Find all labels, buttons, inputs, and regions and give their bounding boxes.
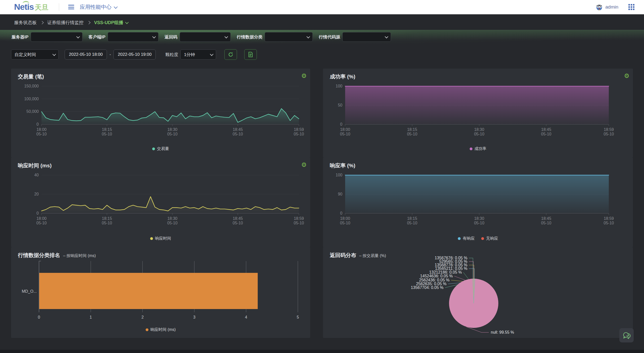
- svg-text:18:45: 18:45: [233, 127, 243, 132]
- svg-text:18:30: 18:30: [167, 127, 177, 132]
- chevron-down-icon: [210, 53, 214, 56]
- svg-text:18:59: 18:59: [604, 216, 614, 221]
- svg-text:05-10: 05-10: [474, 221, 484, 225]
- chevron-down-icon: [76, 35, 80, 38]
- filter-label-market-data-class: 行情数据分类: [237, 34, 262, 40]
- success-rate-chart: 05010018:0005-1018:1505-1018:3005-1018:4…: [323, 69, 633, 158]
- legend-label: 交易量: [157, 146, 169, 152]
- legend-item[interactable]: 成功率: [470, 146, 487, 152]
- svg-text:05-10: 05-10: [233, 221, 243, 225]
- filter-label-server-ip: 服务器IP: [12, 34, 28, 40]
- refresh-icon: [228, 52, 233, 57]
- chevron-right-icon: [40, 21, 44, 24]
- filter-label-client-ip: 客户端IP: [89, 34, 105, 40]
- start-datetime-input[interactable]: 2022-05-10 18:00: [65, 49, 107, 60]
- svg-text:18:00: 18:00: [340, 127, 350, 132]
- username-label: admin: [605, 4, 618, 10]
- svg-text:MD_O...: MD_O...: [22, 289, 37, 294]
- app-center-switcher[interactable]: 应用性能中心: [80, 4, 117, 11]
- legend-label: 成功率: [474, 146, 487, 152]
- return-code-select[interactable]: [180, 32, 231, 42]
- client-ip-select[interactable]: [108, 32, 158, 42]
- svg-text:100,000: 100,000: [24, 97, 39, 101]
- legend-label: 有响应: [463, 236, 475, 241]
- svg-text:150,000: 150,000: [24, 84, 39, 88]
- svg-text:0: 0: [36, 122, 39, 126]
- svg-text:50,000: 50,000: [26, 109, 39, 114]
- svg-text:50: 50: [338, 103, 342, 107]
- svg-text:18:30: 18:30: [167, 216, 177, 221]
- svg-text:0: 0: [340, 211, 342, 215]
- server-ip-select[interactable]: [31, 32, 83, 42]
- legend-item[interactable]: 响应时间: [150, 236, 171, 241]
- refresh-button[interactable]: [224, 49, 237, 60]
- svg-text:2: 2: [141, 315, 144, 319]
- legend-item[interactable]: 交易量: [152, 146, 169, 152]
- svg-text:05-10: 05-10: [167, 221, 178, 225]
- svg-text:0: 0: [36, 211, 39, 215]
- legend-label: 响应时间 (ms): [150, 327, 176, 332]
- hamburger-menu-icon[interactable]: [68, 5, 74, 9]
- svg-text:18:59: 18:59: [294, 127, 304, 132]
- market-data-class-select[interactable]: [265, 32, 313, 42]
- chevron-down-icon: [125, 21, 129, 24]
- svg-text:05-10: 05-10: [340, 221, 350, 225]
- legend-label: 响应时间: [155, 236, 171, 241]
- granularity-select[interactable]: 1分钟: [180, 49, 216, 60]
- legend-item[interactable]: 响应时间 (ms): [146, 327, 176, 332]
- svg-text:05-10: 05-10: [294, 132, 304, 136]
- time-mode-select[interactable]: 自定义时间: [11, 49, 59, 60]
- svg-text:18:59: 18:59: [604, 127, 614, 132]
- topbar: Netis 天旦 应用性能中心 admin: [0, 0, 644, 14]
- svg-text:1: 1: [90, 315, 92, 319]
- feedback-chat-button[interactable]: [619, 328, 634, 342]
- ranking-bar-chart: 012345MD_O...: [11, 247, 310, 338]
- response-time-chart: 0204018:0005-1018:1505-1018:3005-1018:45…: [11, 158, 310, 247]
- svg-text:4: 4: [245, 315, 247, 319]
- panel-transaction-volume: 交易量 (笔) ⚙ 050,000100,000150,00018:0005-1…: [11, 69, 310, 158]
- svg-text:18:15: 18:15: [407, 127, 417, 132]
- breadcrumb-current[interactable]: VSS-UDP组播: [94, 20, 128, 26]
- legend-item[interactable]: 有响应: [458, 236, 475, 241]
- granularity-label: 颗粒度: [165, 52, 178, 58]
- svg-text:18:45: 18:45: [541, 127, 551, 132]
- svg-text:18:15: 18:15: [102, 216, 112, 221]
- legend-dot: [481, 237, 484, 240]
- svg-text:05-10: 05-10: [604, 132, 614, 136]
- breadcrumb-item-monitor[interactable]: 证券组播行情监控: [47, 20, 84, 26]
- panel-success-rate: 成功率 (%) ⚙ 05010018:0005-1018:1505-1018:3…: [323, 69, 633, 158]
- svg-text:40: 40: [34, 173, 39, 177]
- end-datetime-input[interactable]: 2022-05-10 19:00: [113, 49, 156, 60]
- svg-text:0: 0: [340, 122, 342, 126]
- chevron-down-icon: [114, 5, 118, 9]
- chat-bubbles-icon: [623, 332, 631, 339]
- svg-text:14524636: 0.05 %: 14524636: 0.05 %: [420, 274, 453, 278]
- svg-text:05-10: 05-10: [541, 221, 551, 225]
- svg-text:05-10: 05-10: [102, 221, 112, 225]
- legend-dot: [150, 237, 153, 240]
- apps-grid-icon[interactable]: [628, 4, 634, 10]
- svg-text:05-10: 05-10: [294, 221, 304, 225]
- svg-text:18:45: 18:45: [541, 216, 551, 221]
- breadcrumb-item-dashboard[interactable]: 服务状态板: [14, 20, 37, 26]
- app-logo[interactable]: Netis 天旦: [14, 2, 48, 12]
- chevron-down-icon: [306, 35, 310, 38]
- breadcrumb: 服务状态板 证券组播行情监控 VSS-UDP组播: [0, 18, 644, 28]
- svg-text:05-10: 05-10: [102, 132, 112, 136]
- legend-item[interactable]: 无响应: [481, 236, 498, 241]
- svg-text:13567704: 0.05 %: 13567704: 0.05 %: [411, 285, 444, 290]
- export-report-button[interactable]: [244, 49, 257, 60]
- svg-text:05-10: 05-10: [407, 221, 417, 225]
- filter-label-return-code: 返回码: [165, 34, 177, 40]
- panel-response-rate: 响应率 (%) 09010018:0005-1018:1505-1018:300…: [323, 158, 633, 247]
- legend-label: 无响应: [486, 236, 498, 241]
- panel-market-data-ranking: 行情数据分类排名 – 按响应时间 (ms) 012345MD_O... 响应时间…: [11, 247, 310, 338]
- svg-text:18:00: 18:00: [36, 127, 47, 132]
- svg-text:20: 20: [34, 192, 39, 196]
- user-menu[interactable]: admin: [595, 3, 618, 11]
- response-rate-chart: 09010018:0005-1018:1505-1018:3005-1018:4…: [323, 158, 633, 247]
- quote-source-select[interactable]: [342, 32, 391, 42]
- breadcrumb-current-label: VSS-UDP组播: [94, 20, 123, 26]
- avatar: [595, 3, 603, 11]
- filter-label-quote-source: 行情代码源: [319, 34, 340, 40]
